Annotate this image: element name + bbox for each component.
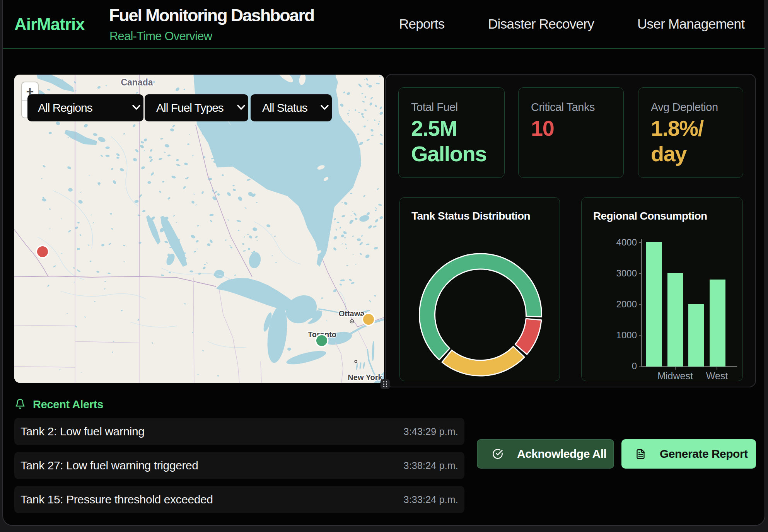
svg-text:4000: 4000 [616,237,637,247]
svg-text:0: 0 [632,361,637,371]
svg-text:Ottawa: Ottawa [339,309,365,318]
svg-text:2000: 2000 [616,299,637,309]
svg-text:3000: 3000 [616,268,637,278]
svg-text:Midwest: Midwest [657,370,693,380]
svg-text:New York: New York [348,373,382,382]
svg-text:Canada: Canada [121,77,153,87]
svg-text:West: West [706,370,728,380]
svg-text:1000: 1000 [616,330,637,340]
